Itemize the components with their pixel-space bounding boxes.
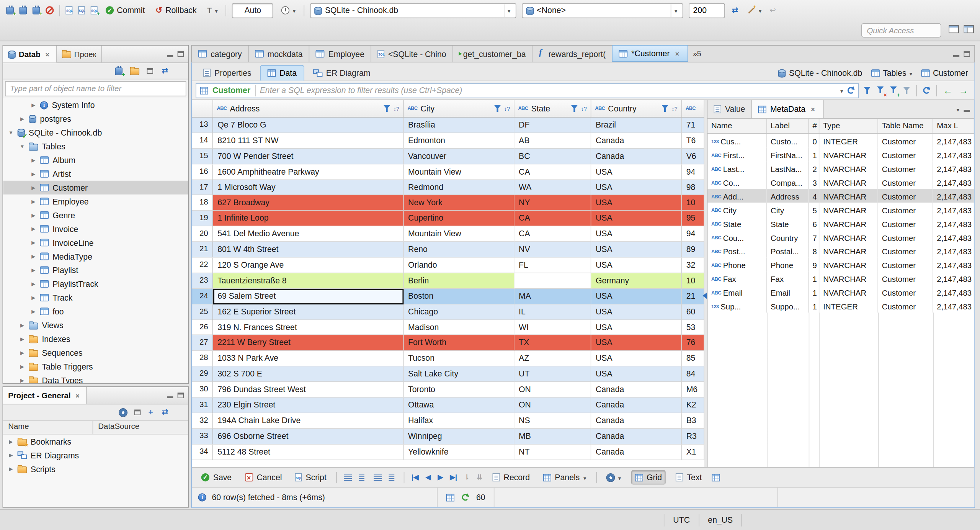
meta-cell[interactable]: 6 xyxy=(809,216,820,230)
settings-button[interactable] xyxy=(604,471,624,484)
cell[interactable]: 162 E Superior Street xyxy=(213,304,404,320)
cell[interactable]: Halifax xyxy=(404,413,514,429)
commit-button[interactable]: Commit xyxy=(103,4,147,16)
next-record-icon[interactable]: ▶ xyxy=(438,473,443,481)
column-header-country[interactable]: ABCCountry xyxy=(591,100,682,117)
meta-column-header-table-name[interactable]: Table Name xyxy=(878,119,933,133)
meta-cell[interactable]: 2,147,483 xyxy=(933,216,975,230)
cell[interactable]: X1 xyxy=(682,444,704,460)
tree-collapsed-arrow-icon[interactable] xyxy=(18,377,26,383)
cell[interactable]: 60 xyxy=(682,304,704,320)
meta-cell[interactable]: 2,147,483 xyxy=(933,230,975,244)
apply-filter-icon[interactable] xyxy=(864,87,871,94)
new-connection-icon[interactable]: + xyxy=(6,7,14,14)
subtab-data[interactable]: Data xyxy=(260,65,304,81)
transaction-log-button[interactable]: T xyxy=(205,4,220,16)
table-row-31[interactable]: 31230 Elgin StreetOttawaONCanadaK2 xyxy=(192,398,704,413)
row-number[interactable]: 16 xyxy=(192,164,213,180)
cell[interactable]: 1 Microsoft Way xyxy=(213,180,404,195)
metadata-row-address[interactable]: ABCAdd...Address4NVARCHARCustomer2,147,4… xyxy=(707,189,974,203)
remove-filter-icon[interactable]: × xyxy=(877,86,884,95)
cell[interactable]: 796 Dundas Street West xyxy=(213,382,404,398)
cell[interactable]: MB xyxy=(514,429,591,445)
cell[interactable]: WA xyxy=(514,180,591,195)
fetch-size-input[interactable] xyxy=(689,3,725,18)
row-number[interactable]: 26 xyxy=(192,320,213,335)
tree-item-tables[interactable]: Tables xyxy=(3,139,188,153)
project-item-er-diagrams[interactable]: ER Diagrams xyxy=(3,448,188,462)
tree-collapsed-arrow-icon[interactable] xyxy=(29,157,38,163)
meta-cell[interactable]: 2,147,483 xyxy=(933,272,975,285)
tree-collapsed-arrow-icon[interactable] xyxy=(29,226,38,232)
meta-cell[interactable]: Customer xyxy=(878,147,933,161)
tree-item-mediatype[interactable]: MediaType xyxy=(3,249,188,263)
meta-cell[interactable]: 2 xyxy=(809,161,820,175)
new-sql-editor-icon[interactable] xyxy=(65,6,72,14)
dbeaver-perspective-icon[interactable] xyxy=(964,25,974,33)
column-header-name[interactable]: Name xyxy=(3,421,93,434)
column-header-state[interactable]: ABCState xyxy=(514,100,591,117)
table-row-20[interactable]: 20541 Del Medio AvenueMountain ViewCAUSA… xyxy=(192,226,704,242)
metadata-row-postal[interactable]: ABCPost...Postal...8NVARCHARCustomer2,14… xyxy=(707,244,974,258)
filter-history-dropdown-icon[interactable] xyxy=(840,86,843,95)
cell[interactable]: MA xyxy=(514,289,591,304)
cell[interactable]: DF xyxy=(514,118,591,133)
sort-indicator-icon[interactable] xyxy=(581,105,587,111)
fetch-all-rows-icon[interactable]: ⇊ xyxy=(477,473,482,481)
meta-cell[interactable]: Customer xyxy=(878,189,933,203)
panels-button[interactable]: Panels xyxy=(540,471,589,484)
cell[interactable]: 76 xyxy=(682,335,704,351)
tree-collapsed-arrow-icon[interactable] xyxy=(18,363,26,369)
save-button[interactable]: Save xyxy=(198,471,235,484)
transaction-mode-button[interactable] xyxy=(279,4,298,16)
cell[interactable]: Redmond xyxy=(404,180,514,195)
cell[interactable]: USA xyxy=(591,304,682,320)
gear-icon[interactable] xyxy=(120,409,127,416)
cell[interactable]: NS xyxy=(514,413,591,429)
cell[interactable]: 94 xyxy=(682,226,704,242)
cell[interactable]: Boston xyxy=(404,289,514,304)
meta-cell[interactable]: Address xyxy=(767,189,808,203)
meta-cell[interactable]: Compa... xyxy=(767,175,808,189)
meta-column-header-label[interactable]: Label xyxy=(767,119,808,133)
commit-mode-combo[interactable]: Auto xyxy=(232,3,273,18)
row-number[interactable]: 27 xyxy=(192,335,213,351)
tree-item-album[interactable]: Album xyxy=(3,153,188,167)
row-number[interactable]: 29 xyxy=(192,366,213,382)
meta-cell[interactable]: 1 xyxy=(809,299,820,312)
editor-tab-get-customer-ba[interactable]: get_customer_ba xyxy=(453,46,533,62)
minimize-view-icon[interactable] xyxy=(167,55,173,57)
cell[interactable]: 85 xyxy=(682,351,704,367)
cell[interactable]: Canada xyxy=(591,413,682,429)
cell[interactable]: Ottawa xyxy=(404,398,514,413)
cell[interactable]: 5112 48 Street xyxy=(213,444,404,460)
meta-cell[interactable]: NVARCHAR xyxy=(819,161,878,175)
subtab-properties[interactable]: Properties xyxy=(196,65,259,81)
previous-record-icon[interactable]: ◀ xyxy=(426,473,431,481)
metadata-row-country[interactable]: ABCCou...Country7NVARCHARCustomer2,147,4… xyxy=(707,230,974,244)
new-connection-icon[interactable]: + xyxy=(115,67,122,75)
cell[interactable]: 1 Infinite Loop xyxy=(213,211,404,227)
cell[interactable]: 627 Broadway xyxy=(213,195,404,211)
cell[interactable]: USA xyxy=(591,258,682,273)
cell[interactable]: 53 xyxy=(682,320,704,335)
minimize-view-icon[interactable] xyxy=(167,396,173,398)
sort-indicator-icon[interactable] xyxy=(394,105,400,111)
meta-cell[interactable]: 2,147,483 xyxy=(933,134,975,147)
sort-indicator-icon[interactable] xyxy=(504,105,510,111)
meta-cell[interactable]: Customer xyxy=(878,258,933,272)
cell[interactable]: USA xyxy=(591,211,682,227)
meta-cell[interactable]: 2,147,483 xyxy=(933,258,975,272)
tree-collapsed-arrow-icon[interactable] xyxy=(18,336,26,342)
tree-collapsed-arrow-icon[interactable] xyxy=(29,240,38,245)
collapse-all-icon[interactable] xyxy=(147,68,153,74)
cell[interactable]: ON xyxy=(514,382,591,398)
meta-cell[interactable]: 2,147,483 xyxy=(933,244,975,258)
row-number[interactable]: 20 xyxy=(192,226,213,242)
locale-indicator[interactable]: en_US xyxy=(699,514,742,526)
meta-cell[interactable]: 2,147,483 xyxy=(933,285,975,299)
tree-collapsed-arrow-icon[interactable] xyxy=(29,212,38,218)
cell[interactable]: 89 xyxy=(682,242,704,258)
tree-item-sequences[interactable]: Sequences xyxy=(3,346,188,360)
nav-back-icon[interactable]: ← xyxy=(943,86,952,95)
